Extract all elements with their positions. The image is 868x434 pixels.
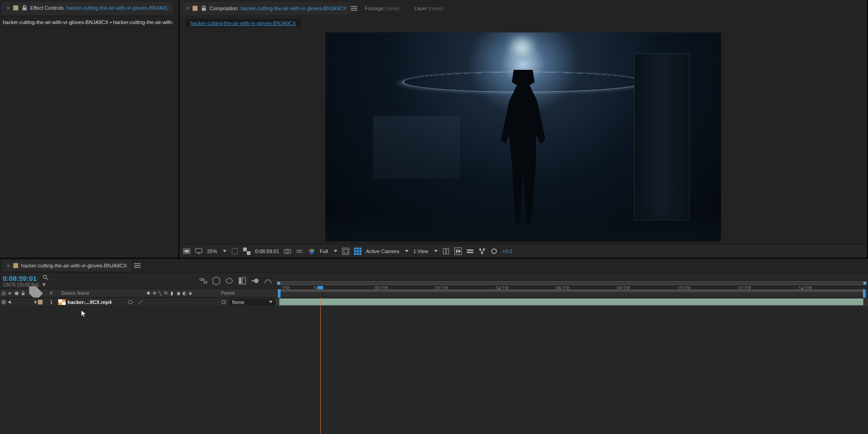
layer-tab[interactable]: Layer (none) xyxy=(407,6,451,11)
layer-name[interactable]: hacker-...9CX.mp4 xyxy=(67,299,111,305)
views-dropdown[interactable]: 1 View xyxy=(413,248,428,254)
fast-previews-icon[interactable] xyxy=(454,248,462,255)
lock-icon[interactable] xyxy=(21,5,28,11)
transparency-grid-icon[interactable] xyxy=(243,248,251,255)
camera-dropdown[interactable]: Active Camera xyxy=(366,248,399,254)
roi-icon[interactable] xyxy=(231,248,238,255)
quality-switch[interactable] xyxy=(138,299,143,305)
comp-link[interactable]: hacker-cutting-the-air-with-vr-gloves-BN… xyxy=(241,6,347,11)
chevron-down-icon[interactable] xyxy=(405,250,409,252)
col-number[interactable]: # xyxy=(44,291,58,296)
timeline-tab[interactable]: × hacker-cutting-the-air-with-vr-gloves-… xyxy=(2,260,131,271)
close-icon[interactable]: × xyxy=(186,5,189,12)
timeline-panel: × hacker-cutting-the-air-with-vr-gloves-… xyxy=(0,258,868,434)
expand-icon[interactable] xyxy=(35,300,37,304)
layer-row[interactable]: 1 hacker-...9CX.mp4 None xyxy=(0,298,868,307)
timeline-tab-label: hacker-cutting-the-air-with-vr-gloves-BN… xyxy=(21,263,127,268)
svg-rect-15 xyxy=(443,248,446,254)
effect-controls-panel: × Effect Controls hacker-cutting-the-air… xyxy=(0,0,179,258)
grid-icon[interactable] xyxy=(354,248,361,255)
layer-link[interactable]: hacker-cutting-the-air-with-vr-gloves-BN… xyxy=(67,5,169,11)
col-source-name[interactable]: Source Name xyxy=(58,291,124,296)
svg-rect-30 xyxy=(22,293,24,295)
work-area-start[interactable] xyxy=(278,289,281,298)
monitor-icon[interactable] xyxy=(195,248,202,255)
footage-tab[interactable]: Footage (none) xyxy=(357,6,407,11)
timeline-empty-area xyxy=(0,307,868,434)
audio-header-icon[interactable] xyxy=(7,291,13,296)
work-area-end[interactable] xyxy=(863,289,866,298)
composition-tab[interactable]: × Composition hacker-cutting-the-air-wit… xyxy=(181,2,351,15)
effect-controls-body xyxy=(0,28,178,258)
audio-toggle-icon[interactable] xyxy=(7,299,13,305)
svg-rect-16 xyxy=(446,248,449,254)
lock-header-icon[interactable] xyxy=(20,291,26,296)
panel-title: Effect Controls xyxy=(31,5,64,11)
panel-menu-icon[interactable] xyxy=(351,6,357,11)
draft3d-icon[interactable] xyxy=(212,276,221,285)
svg-rect-17 xyxy=(467,249,473,251)
composition-tabrow: × Composition hacker-cutting-the-air-wit… xyxy=(179,0,867,17)
effect-controls-tab[interactable]: × Effect Controls hacker-cutting-the-air… xyxy=(2,2,173,15)
zoom-dropdown[interactable]: 25% xyxy=(207,248,217,254)
chevron-down-icon[interactable] xyxy=(434,250,438,252)
chevron-down-icon xyxy=(269,301,273,303)
layer-duration-track[interactable] xyxy=(275,298,868,306)
graph-editor-icon[interactable] xyxy=(263,276,273,285)
frame-blend-icon[interactable] xyxy=(238,276,247,285)
svg-rect-1 xyxy=(184,250,189,253)
video-file-icon xyxy=(58,299,66,305)
chevron-down-icon[interactable] xyxy=(223,250,226,252)
shy-icon[interactable] xyxy=(225,276,234,285)
collapse-col-icon: ✲ xyxy=(153,291,158,296)
layer-label-color[interactable] xyxy=(38,300,43,304)
always-preview-icon[interactable] xyxy=(183,248,190,255)
navigator-start-handle[interactable] xyxy=(277,282,280,285)
svg-point-7 xyxy=(286,250,289,253)
work-area-row[interactable] xyxy=(275,289,868,297)
video-header-icon[interactable] xyxy=(1,291,6,296)
motion-blur-icon[interactable] xyxy=(251,276,260,285)
mouse-cursor-icon xyxy=(81,310,87,318)
reset-exposure-icon[interactable] xyxy=(490,248,498,255)
flowchart-icon[interactable] xyxy=(478,248,486,255)
shy-switch[interactable] xyxy=(128,299,133,305)
svg-point-26 xyxy=(254,279,259,283)
close-icon[interactable]: × xyxy=(6,5,10,12)
preview-time[interactable]: 0:08:59:01 xyxy=(255,248,279,254)
svg-rect-2 xyxy=(196,248,202,253)
switches-header[interactable]: ✱ ✲ ╲ fx ▮ ◉ ◐ ◈ xyxy=(124,291,216,296)
comp-flow-tab[interactable]: hacker-cutting-the-air-with-vr-gloves-BN… xyxy=(186,19,301,27)
chevron-down-icon[interactable] xyxy=(334,250,337,252)
comp-mini-flowchart-icon[interactable] xyxy=(199,276,208,285)
svg-point-28 xyxy=(3,292,5,294)
channel-icon[interactable] xyxy=(308,248,315,255)
snapshot-icon[interactable] xyxy=(284,248,291,255)
col-parent[interactable]: Parent xyxy=(216,291,275,296)
exposure-value[interactable]: +0.0 xyxy=(502,248,513,254)
composition-panel: × Composition hacker-cutting-the-air-wit… xyxy=(179,0,867,258)
time-ruler[interactable]: :23f58:00:23f02:23f04:23f06:23f08:23f10:… xyxy=(275,280,868,282)
resolution-dropdown[interactable]: Full xyxy=(320,248,328,254)
quality-col-icon: ╲ xyxy=(159,291,164,296)
layer-bar[interactable] xyxy=(279,298,863,305)
solo-header-icon[interactable] xyxy=(14,291,19,296)
svg-point-23 xyxy=(43,275,47,278)
safe-zones-icon[interactable] xyxy=(342,248,349,255)
parent-dropdown[interactable]: None xyxy=(229,299,275,305)
lock-icon[interactable] xyxy=(201,5,207,12)
pickwhip-icon[interactable] xyxy=(221,299,226,305)
composition-viewer[interactable] xyxy=(179,30,867,244)
navigator-end-handle[interactable] xyxy=(863,282,866,285)
frameblend-col-icon: ▮ xyxy=(171,291,176,296)
svg-point-29 xyxy=(15,291,18,295)
panel-menu-icon[interactable] xyxy=(134,263,141,268)
time-navigator[interactable] xyxy=(277,281,867,285)
svg-point-32 xyxy=(3,301,5,303)
current-timecode[interactable]: 0:08:59:01 xyxy=(3,274,39,282)
close-icon[interactable]: × xyxy=(6,262,10,269)
pixel-aspect-icon[interactable] xyxy=(442,248,450,255)
video-toggle-icon[interactable] xyxy=(1,299,6,305)
show-snapshot-icon[interactable] xyxy=(296,248,303,255)
timeline-button-icon[interactable] xyxy=(466,248,474,255)
